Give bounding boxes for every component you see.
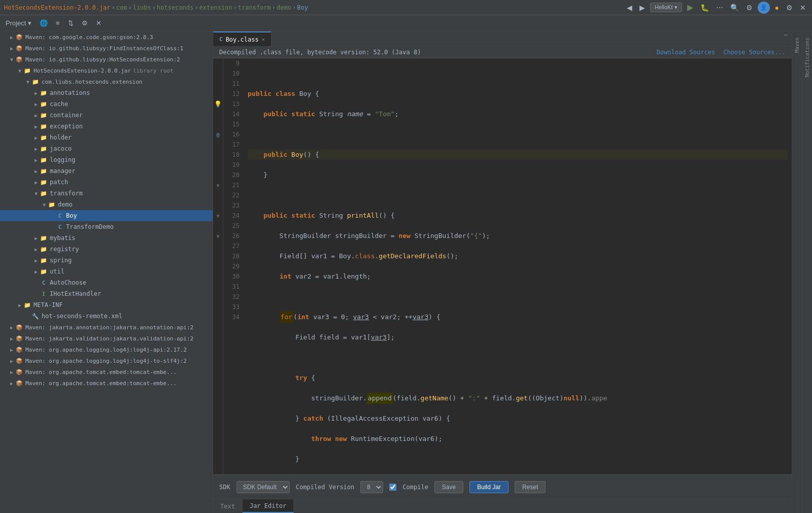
folder-icon: 📁	[40, 100, 48, 108]
code-editor[interactable]: public class Boy { public static String …	[244, 58, 792, 474]
arrow-icon: ▶	[8, 46, 15, 51]
bookmark-icon[interactable]: @	[216, 132, 219, 138]
tab-boy-class[interactable]: C Boy.class ✕	[213, 31, 272, 46]
sidebar-item-maven8[interactable]: ▶ 📦 Maven: org.apache.tomcat.embed:tomca…	[0, 366, 213, 378]
compile-checkbox[interactable]	[389, 484, 396, 491]
debug-btn[interactable]: 🐛	[698, 3, 711, 13]
sidebar-item-maven4[interactable]: ▶ 📦 Maven: jakarta.annotation:jakarta.an…	[0, 322, 213, 333]
sidebar-item-util[interactable]: ▶ 📁 util	[0, 266, 213, 277]
save-btn[interactable]: Save	[434, 481, 463, 493]
sidebar-item-cache[interactable]: ▶ 📁 cache	[0, 98, 213, 110]
search-btn[interactable]: 🔍	[728, 3, 741, 13]
tab-jar-editor[interactable]: Jar Editor	[243, 499, 294, 513]
sidebar-item-maven2[interactable]: ▶ 📦 Maven: io.github.liubsyy:FindInstanc…	[0, 43, 213, 54]
sidebar-item-maven1[interactable]: ▶ 📦 Maven: com.google.code.gson:gson:2.8…	[0, 31, 213, 43]
sidebar-item-pkg[interactable]: ▼ 📁 com.liubs.hotseconds.extension	[0, 76, 213, 87]
sidebar-item-annotations[interactable]: ▶ 📁 annotations	[0, 87, 213, 98]
arrow-icon: ▶	[8, 381, 15, 386]
more-btn[interactable]: ⋯	[714, 3, 725, 13]
back-btn[interactable]: ◀	[625, 3, 634, 13]
run-btn[interactable]: ▶	[685, 2, 695, 13]
code-line-19: int var2 = var1.length;	[248, 271, 788, 282]
editor-area: C Boy.class ✕ ⋯ Decompiled .class file, …	[213, 31, 792, 513]
settings-btn[interactable]: ⚙	[744, 3, 755, 13]
code-container[interactable]: 9 10 11 12 13 14 15 16 17 18 19 20 21 22…	[223, 58, 792, 474]
code-line-13: public Boy() {	[248, 150, 788, 160]
notice-links: Download Sources Choose Sources...	[657, 49, 786, 56]
gear2-btn[interactable]: ⚙	[784, 3, 795, 13]
gutter-19	[213, 160, 223, 170]
collapse-all-btn[interactable]: ≡	[53, 18, 62, 28]
sidebar-item-jacoco[interactable]: ▶ 📁 jacoco	[0, 143, 213, 154]
sidebar-item-transform[interactable]: ▼ 📁 transform	[0, 188, 213, 199]
sidebar-item-metainf[interactable]: ▶ 📁 META-INF	[0, 299, 213, 311]
arrow-icon: ▶	[32, 269, 40, 275]
code-line-15	[248, 190, 788, 200]
sidebar-item-manager[interactable]: ▶ 📁 manager	[0, 165, 213, 177]
settings-toolbar-btn[interactable]: ⚙	[79, 18, 90, 28]
sidebar-item-spring[interactable]: ▶ 📁 spring	[0, 255, 213, 266]
code-line-22: Field field = var1[var3];	[248, 332, 788, 343]
code-line-9	[248, 69, 788, 79]
sidebar-item-maven7[interactable]: ▶ 📦 Maven: org.apache.logging.log4j:log4…	[0, 355, 213, 366]
version-select[interactable]: 8	[360, 481, 383, 493]
project-label[interactable]: Project ▾	[3, 18, 34, 28]
reset-btn[interactable]: Reset	[515, 481, 546, 493]
class-icon: C	[40, 279, 48, 287]
sidebar-item-maven3[interactable]: ▼ 📦 Maven: io.github.liubsyy:HotSecondsE…	[0, 54, 213, 65]
tab-text[interactable]: Text	[213, 499, 243, 513]
gutter-33	[213, 302, 223, 312]
sidebar-item-demo[interactable]: ▼ 📁 demo	[0, 199, 213, 210]
tab-close-btn[interactable]: ✕	[262, 37, 265, 42]
class-icon: C	[56, 223, 64, 231]
sidebar-item-ihotexthandler[interactable]: I IHotExtHandler	[0, 288, 213, 299]
gutter-18	[213, 150, 223, 160]
expand-btn[interactable]: ⇅	[65, 18, 76, 28]
choose-sources-link[interactable]: Choose Sources...	[723, 49, 786, 56]
sdk-select[interactable]: SDK Default	[236, 481, 290, 493]
notifications-label[interactable]: Notifications	[803, 33, 811, 81]
code-line-21: for(int var3 = 0; var3 < var2; ++var3) {	[248, 312, 788, 322]
forward-btn[interactable]: ▶	[637, 3, 647, 13]
sidebar-item-maven5[interactable]: ▶ 📦 Maven: jakarta.validation:jakarta.va…	[0, 333, 213, 344]
sidebar-item-transformdemo[interactable]: C TransformDemo	[0, 221, 213, 232]
gutter-10	[213, 69, 223, 79]
sidebar-item-xmlfile[interactable]: 🔧 hot-seconds-remote.xml	[0, 311, 213, 322]
fold-icon[interactable]: ▼	[216, 233, 219, 239]
gutter-32	[213, 292, 223, 302]
close-btn[interactable]: ✕	[798, 3, 808, 13]
download-sources-link[interactable]: Download Sources	[657, 49, 716, 56]
fold-icon[interactable]: ▼	[216, 183, 219, 188]
folder-icon: 📁	[31, 78, 40, 86]
main-toolbar: Project ▾ 🌐 ≡ ⇅ ⚙ ✕	[0, 15, 812, 31]
avatar[interactable]: 👤	[758, 2, 770, 14]
sidebar-item-jar[interactable]: ▼ 📁 HotSecondsExtension-2.0.0.jar librar…	[0, 65, 213, 76]
sidebar-item-patch[interactable]: ▶ 📁 patch	[0, 177, 213, 188]
sidebar-item-maven6[interactable]: ▶ 📦 Maven: org.apache.logging.log4j:log4…	[0, 344, 213, 355]
maven-strip-label[interactable]: Maven	[793, 33, 801, 57]
sidebar-item-maven9[interactable]: ▶ 📦 Maven: org.apache.tomcat.embed:tomca…	[0, 378, 213, 389]
globe-icon[interactable]: 🌐	[37, 18, 50, 28]
top-breadcrumb-bar: HotSecondsExtension-2.0.0.jar › com › li…	[0, 0, 812, 15]
sidebar-item-autochoose[interactable]: C AutoChoose	[0, 277, 213, 288]
gutter-30	[213, 271, 223, 282]
arrow-icon: ▶	[32, 180, 40, 185]
sidebar-item-mybatis[interactable]: ▶ 📁 mybatis	[0, 232, 213, 244]
bulb-icon[interactable]: 💡	[214, 100, 222, 108]
fold-icon[interactable]: ▼	[216, 213, 219, 219]
arrow-icon: ▼	[8, 57, 15, 62]
sidebar-item-boy[interactable]: C Boy	[0, 210, 213, 221]
left-gutter: 💡 @ ▼ ▼	[213, 58, 223, 474]
close-toolbar-btn[interactable]: ✕	[93, 18, 104, 28]
build-jar-btn[interactable]: Build Jar	[469, 481, 509, 493]
sidebar-item-exception[interactable]: ▶ 📁 exception	[0, 121, 213, 132]
arrow-icon: ▼	[24, 79, 31, 85]
hello-kt-btn[interactable]: HelloKt ▾	[650, 3, 682, 12]
circle-btn[interactable]: ●	[773, 3, 781, 13]
sidebar-item-holder[interactable]: ▶ 📁 holder	[0, 132, 213, 143]
sidebar-item-container[interactable]: ▶ 📁 container	[0, 110, 213, 121]
sidebar-item-registry[interactable]: ▶ 📁 registry	[0, 244, 213, 255]
tab-more-btn[interactable]: ⋯	[780, 31, 792, 46]
sidebar-item-logging[interactable]: ▶ 📁 logging	[0, 154, 213, 165]
arrow-icon: ▶	[32, 146, 40, 152]
